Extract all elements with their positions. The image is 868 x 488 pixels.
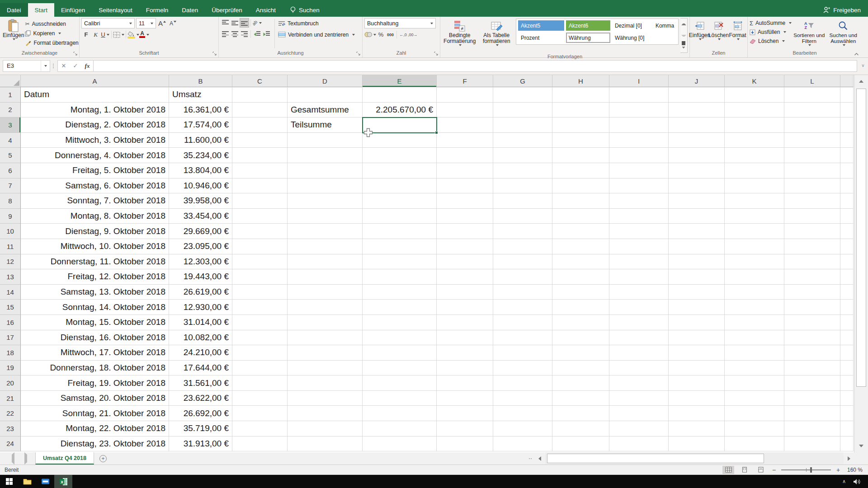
- cell-C18[interactable]: [232, 345, 288, 361]
- number-dialog-launcher[interactable]: [434, 52, 439, 56]
- cell-C6[interactable]: [232, 163, 288, 178]
- cell-A7[interactable]: Samstag, 6. Oktober 2018: [21, 178, 169, 194]
- cell-C15[interactable]: [232, 300, 288, 315]
- cell-J1[interactable]: [669, 87, 725, 103]
- cell-H11[interactable]: [552, 239, 609, 254]
- grow-font-button[interactable]: A: [157, 19, 167, 28]
- cell-G15[interactable]: [493, 300, 552, 315]
- merge-center-button[interactable]: Verbinden und zentrieren: [278, 30, 355, 39]
- cell-L8[interactable]: [784, 193, 840, 209]
- name-box[interactable]: E3: [3, 60, 50, 72]
- cell-A9[interactable]: Montag, 8. Oktober 2018: [21, 209, 169, 224]
- cell-G5[interactable]: [493, 148, 552, 163]
- cell-L4[interactable]: [784, 133, 840, 148]
- normal-view-button[interactable]: [722, 466, 734, 474]
- cell-H16[interactable]: [552, 315, 609, 330]
- column-header-L[interactable]: L: [784, 75, 840, 87]
- row-header-7[interactable]: 7: [0, 178, 21, 194]
- cell-L17[interactable]: [784, 330, 840, 346]
- cell-I5[interactable]: [609, 148, 669, 163]
- cell-F9[interactable]: [437, 209, 493, 224]
- cell-B2[interactable]: 16.361,00 €: [169, 103, 232, 118]
- cell-L23[interactable]: [784, 421, 840, 436]
- tab-formeln[interactable]: Formeln: [139, 3, 175, 17]
- column-header-J[interactable]: J: [669, 75, 725, 87]
- shrink-font-button[interactable]: A: [168, 19, 178, 28]
- cell-J15[interactable]: [669, 300, 725, 315]
- cell-K22[interactable]: [725, 406, 784, 421]
- cell-F1[interactable]: [437, 87, 493, 103]
- row-header-10[interactable]: 10: [0, 224, 21, 239]
- cell-G9[interactable]: [493, 209, 552, 224]
- cell-I19[interactable]: [609, 361, 669, 376]
- cell-H14[interactable]: [552, 285, 609, 300]
- excel-taskbar-button[interactable]: X: [54, 475, 72, 488]
- cell-J19[interactable]: [669, 361, 725, 376]
- zoom-out-button[interactable]: −: [771, 466, 777, 474]
- cell-E18[interactable]: [363, 345, 437, 361]
- cell-G22[interactable]: [493, 406, 552, 421]
- file-explorer-button[interactable]: [18, 475, 36, 488]
- cell-J14[interactable]: [669, 285, 725, 300]
- cell-D2[interactable]: Gesamtsumme: [288, 103, 363, 118]
- cell-C11[interactable]: [232, 239, 288, 254]
- cell-L6[interactable]: [784, 163, 840, 178]
- cell-L9[interactable]: [784, 209, 840, 224]
- cell-F11[interactable]: [437, 239, 493, 254]
- cell-C7[interactable]: [232, 178, 288, 194]
- cut-button[interactable]: ✂ Ausschneiden: [25, 19, 78, 28]
- cell-E11[interactable]: [363, 239, 437, 254]
- cell-K5[interactable]: [725, 148, 784, 163]
- row-header-12[interactable]: 12: [0, 254, 21, 270]
- tray-expand-chevron[interactable]: ∧: [842, 479, 846, 484]
- cell-G12[interactable]: [493, 254, 552, 270]
- cell-I21[interactable]: [609, 391, 669, 406]
- cell-A11[interactable]: Mittwoch, 10. Oktober 2018: [21, 239, 169, 254]
- align-top-button[interactable]: [221, 18, 230, 28]
- italic-button[interactable]: K: [91, 30, 100, 39]
- fill-color-button[interactable]: [127, 30, 139, 39]
- row-header-24[interactable]: 24: [0, 436, 21, 452]
- cell-H12[interactable]: [552, 254, 609, 270]
- zoom-slider[interactable]: [781, 469, 831, 470]
- cell-J23[interactable]: [669, 421, 725, 436]
- cell-C9[interactable]: [232, 209, 288, 224]
- cell-D12[interactable]: [288, 254, 363, 270]
- page-break-view-button[interactable]: [755, 466, 767, 474]
- cell-E15[interactable]: [363, 300, 437, 315]
- cell-D1[interactable]: [288, 87, 363, 103]
- cell-K3[interactable]: [725, 117, 784, 133]
- cell-J13[interactable]: [669, 269, 725, 285]
- page-layout-view-button[interactable]: [739, 466, 750, 474]
- cell-F7[interactable]: [437, 178, 493, 194]
- cell-B17[interactable]: 10.082,00 €: [169, 330, 232, 346]
- app-button-blue[interactable]: [36, 475, 54, 488]
- style-chip-3[interactable]: Komma: [653, 20, 676, 31]
- cell-A10[interactable]: Dienstag, 9. Oktober 2018: [21, 224, 169, 239]
- new-sheet-button[interactable]: +: [94, 452, 112, 465]
- format-as-table-button[interactable]: Als Tabelle formatieren: [478, 18, 515, 53]
- cell-J18[interactable]: [669, 345, 725, 361]
- cell-F3[interactable]: [437, 117, 493, 133]
- cell-F23[interactable]: [437, 421, 493, 436]
- expand-formula-bar-button[interactable]: ˅: [858, 63, 868, 68]
- cell-F24[interactable]: [437, 436, 493, 452]
- cell-L20[interactable]: [784, 375, 840, 391]
- cell-L24[interactable]: [784, 436, 840, 452]
- cell-G3[interactable]: [493, 117, 552, 133]
- cell-F13[interactable]: [437, 269, 493, 285]
- column-header-F[interactable]: F: [437, 75, 493, 87]
- cell-E21[interactable]: [363, 391, 437, 406]
- row-header-14[interactable]: 14: [0, 285, 21, 300]
- cell-J6[interactable]: [669, 163, 725, 178]
- row-header-22[interactable]: 22: [0, 406, 21, 421]
- cell-D9[interactable]: [288, 209, 363, 224]
- row-header-20[interactable]: 20: [0, 375, 21, 391]
- formula-input[interactable]: [94, 60, 857, 72]
- cell-E1[interactable]: [363, 87, 437, 103]
- cell-H1[interactable]: [552, 87, 609, 103]
- cell-C3[interactable]: [232, 117, 288, 133]
- cell-I7[interactable]: [609, 178, 669, 194]
- cell-B13[interactable]: 19.443,00 €: [169, 269, 232, 285]
- cell-E6[interactable]: [363, 163, 437, 178]
